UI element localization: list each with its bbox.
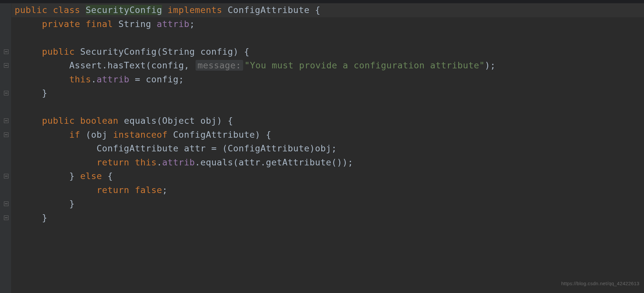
token-cls: } [42,213,48,223]
token-cls: { [108,171,113,181]
fold-toggle-icon[interactable] [4,216,8,220]
watermark-text: https://blog.csdn.net/qq_42422613 [561,277,639,291]
token-cls: . [91,74,97,84]
token-cls: } [42,88,48,98]
code-line[interactable]: return this.attrib.equals(attr.getAttrib… [11,156,644,170]
token-cls: ConfigAttribute { [228,5,321,15]
token-fld: attrib [157,19,190,29]
token-kw: return false [96,185,162,195]
code-line[interactable]: if (obj instanceof ConfigAttribute) { [11,128,644,142]
token-cls: (String config) { [157,47,250,57]
code-line[interactable]: } else { [11,169,644,183]
fold-toggle-icon[interactable] [4,202,8,206]
token-str: "You must provide a configuration attrib… [244,60,485,70]
token-cls: SecurityConfig [86,5,162,15]
token-cls: . [157,157,162,167]
token-kw: return this [96,157,156,167]
token-kw: instanceof [113,130,173,140]
token-cls: } [69,171,80,181]
token-cls: } [69,199,75,209]
token-cls: (obj [86,130,113,140]
code-line[interactable]: } [11,86,644,100]
code-line[interactable]: private final String attrib; [11,17,644,31]
token-cls: ; [189,19,195,29]
fold-toggle-icon[interactable] [4,133,8,137]
token-kw: this [69,74,91,84]
code-line[interactable]: } [11,211,644,225]
token-cls: ConfigAttribute attr = (ConfigAttribute)… [96,143,337,153]
gutter[interactable] [0,3,11,293]
token-cls: ConfigAttribute) { [173,130,271,140]
token-cls: ; [162,185,168,195]
code-line[interactable]: ConfigAttribute attr = (ConfigAttribute)… [11,142,644,156]
fold-toggle-icon[interactable] [4,119,8,123]
token-kw: class [53,5,86,15]
token-kw: else [80,171,108,181]
token-kw: private final [42,19,119,29]
code-line[interactable] [11,100,644,114]
code-content[interactable]: public class SecurityConfig implements C… [11,3,644,225]
code-viewport[interactable]: public class SecurityConfig implements C… [11,3,644,293]
fold-toggle-icon[interactable] [4,49,8,54]
token-cls [162,5,168,15]
token-cls: Assert.hasText(config, [69,60,195,70]
token-kw: public [15,5,53,15]
token-cls: .equals(attr.getAttribute()); [195,157,353,167]
token-kw: public boolean [42,116,124,126]
token-fld: attrib [96,74,129,84]
code-line[interactable]: Assert.hasText(config, message:"You must… [11,59,644,73]
token-kw: implements [168,5,227,15]
code-line[interactable]: } [11,197,644,211]
fold-toggle-icon[interactable] [4,63,8,68]
code-line[interactable]: public SecurityConfig(String config) { [11,45,644,59]
token-kw: public [42,47,80,57]
code-line[interactable]: public boolean equals(Object obj) { [11,114,644,128]
code-line[interactable]: public class SecurityConfig implements C… [11,3,644,17]
token-cls: = config; [129,74,184,84]
token-fld: attrib [162,157,195,167]
fold-toggle-icon[interactable] [4,91,8,95]
token-cls: equals(Object obj) { [124,116,233,126]
token-kw: if [69,130,86,140]
parameter-hint: message: [196,60,243,71]
fold-toggle-icon[interactable] [4,174,8,178]
code-line[interactable]: return false; [11,183,644,197]
token-cls: ); [485,60,496,70]
editor-area: public class SecurityConfig implements C… [0,3,644,293]
token-cls: SecurityConfig [80,47,157,57]
dark-top-strip [0,0,644,3]
code-line[interactable] [11,31,644,45]
code-line[interactable]: this.attrib = config; [11,73,644,87]
token-cls: String [118,19,156,29]
